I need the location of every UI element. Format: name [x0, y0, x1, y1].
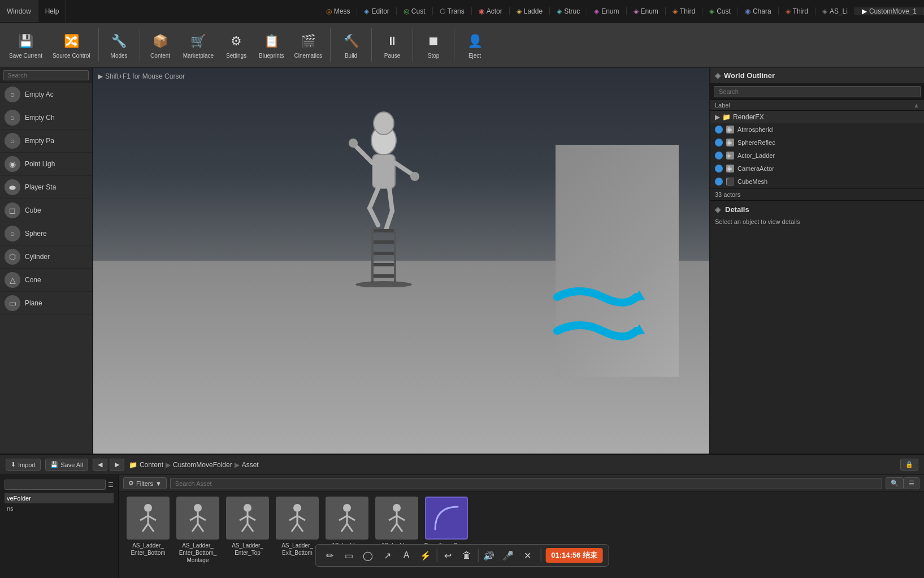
- cb-tree-item[interactable]: veFolder: [5, 493, 114, 503]
- outliner-item-spherereflec[interactable]: ◉ SphereReflec: [710, 136, 924, 149]
- tab-chara[interactable]: ◉Chara: [738, 7, 779, 15]
- save-all-button[interactable]: 💾 Save All: [45, 459, 88, 471]
- left-item-cylinder[interactable]: ⬡Cylinder: [0, 245, 92, 269]
- left-item-point-ligh[interactable]: ◉Point Ligh: [0, 153, 92, 176]
- toolbar-btn-pause[interactable]: ⏸Pause: [375, 25, 409, 64]
- asset-thumb: [127, 497, 170, 540]
- cb-tree-search-input[interactable]: [5, 480, 106, 490]
- outliner-search-input[interactable]: [714, 86, 921, 97]
- toolbar-btn-cinematics[interactable]: 🎬Cinematics: [290, 25, 327, 64]
- cb-list-view-icon[interactable]: ☰: [108, 481, 114, 489]
- toolbar-btn-modes[interactable]: 🔧Modes: [102, 25, 136, 64]
- asset-item-1[interactable]: AS_Ladder_ Enter_Bottom_ Montage: [175, 497, 220, 564]
- tab-editor[interactable]: ◈Editor: [357, 7, 396, 15]
- left-item-cube[interactable]: ◻Cube: [0, 199, 92, 222]
- toolbar-btn-stop[interactable]: ⏹Stop: [417, 25, 450, 64]
- close-icon[interactable]: ✕: [519, 547, 536, 564]
- outliner-eye[interactable]: [715, 139, 723, 146]
- toolbar-btn-eject[interactable]: 👤Eject: [458, 25, 492, 64]
- forward-button[interactable]: ▶: [110, 459, 124, 471]
- menu-window[interactable]: Window: [0, 0, 38, 22]
- delete-icon[interactable]: 🗑: [458, 547, 475, 564]
- text-icon[interactable]: A: [398, 547, 415, 564]
- filters-button[interactable]: ⚙ Filters ▼: [123, 477, 167, 489]
- main-area: ○Empty Ac○Empty Ch○Empty Pa◉Point Ligh⬬P…: [0, 68, 924, 454]
- tab-cust[interactable]: ◎Cust: [397, 7, 433, 15]
- view-settings-button[interactable]: ☰: [904, 477, 919, 489]
- outliner-item-cubemesh[interactable]: ⬛ CubeMesh: [710, 175, 924, 188]
- left-item-label: Empty Pa: [25, 137, 54, 145]
- tab-actor[interactable]: ◉Actor: [472, 7, 510, 15]
- tab-mess[interactable]: ◎Mess: [319, 7, 358, 15]
- asset-search-input[interactable]: [170, 478, 882, 489]
- left-item-plane[interactable]: ▭Plane: [0, 292, 92, 315]
- lock-button[interactable]: 🔒: [900, 459, 918, 471]
- toolbar-btn-source-control[interactable]: 🔀Source Control: [48, 25, 95, 64]
- tab-ladde[interactable]: ◈Ladde: [510, 7, 550, 15]
- toolbar-btn-content[interactable]: 📦Content: [144, 25, 177, 64]
- toolbar-btn-settings[interactable]: ⚙Settings: [219, 25, 253, 64]
- tab-as_li[interactable]: ◈AS_Li: [815, 7, 855, 15]
- arrow-icon[interactable]: ↗: [379, 547, 396, 564]
- toolbar-btn-save-current[interactable]: 💾Save Current: [5, 25, 47, 64]
- left-search-input[interactable]: [3, 70, 89, 80]
- toolbar-btn-marketplace[interactable]: 🛒Marketplace: [179, 25, 218, 64]
- asset-item-0[interactable]: AS_Ladder_ Enter_Bottom: [125, 497, 171, 557]
- outliner-folder[interactable]: ▶ 📁 RenderFX: [710, 111, 924, 123]
- speaker-icon[interactable]: 🔊: [480, 547, 497, 564]
- left-item-empty-pa[interactable]: ○Empty Pa: [0, 130, 92, 153]
- toolbar-btn-build[interactable]: 🔨Build: [334, 25, 368, 64]
- left-item-icon: ○: [5, 87, 20, 102]
- back-button[interactable]: ◀: [93, 459, 107, 471]
- pencil-icon[interactable]: ✏: [321, 547, 338, 564]
- left-item-player-sta[interactable]: ⬬Player Sta: [0, 176, 92, 199]
- menu-help[interactable]: Help: [38, 0, 67, 22]
- tab-struc[interactable]: ◈Struc: [550, 7, 587, 15]
- search-button[interactable]: 🔍: [886, 477, 904, 489]
- tab-enum[interactable]: ◈Enum: [627, 7, 666, 15]
- outliner-item-cameraactor[interactable]: ◉ CameraActor: [710, 162, 924, 175]
- outliner-items: ◉ Atmosphericl ◉ SphereReflec ◈ Actor_La…: [710, 123, 924, 188]
- tab-enum[interactable]: ◈Enum: [587, 7, 626, 15]
- toolbar-btn-blueprints[interactable]: 📋Blueprints: [254, 25, 288, 64]
- outliner-icon: ◉: [726, 139, 734, 146]
- circle-icon[interactable]: ◯: [359, 547, 376, 564]
- outliner-actors-count: 33 actors: [710, 188, 924, 200]
- outliner-item-actor_ladder[interactable]: ◈ Actor_Ladder: [710, 149, 924, 162]
- rectangle-icon[interactable]: ▭: [340, 547, 357, 564]
- asset-item-6[interactable]: Transition_ Curve: [424, 497, 469, 549]
- tab-third[interactable]: ◈Third: [666, 7, 702, 15]
- left-item-label: Plane: [25, 299, 42, 307]
- left-item-label: Empty Ch: [25, 114, 55, 122]
- tab-custommove_1[interactable]: ▶CustomMove_1: [855, 7, 924, 15]
- tab-trans[interactable]: ⬡Trans: [433, 7, 472, 15]
- content-browser-toolbar: ⬇ Import 💾 Save All ◀ ▶ 📁 Content ▶ Cust…: [0, 455, 924, 475]
- left-item-sphere[interactable]: ○Sphere: [0, 222, 92, 245]
- viewport[interactable]: ▶ Shift+F1 for Mouse Cursor: [93, 68, 709, 454]
- outliner-label: CameraActor: [738, 165, 774, 172]
- asset-thumb: [176, 497, 219, 540]
- outliner-eye[interactable]: [715, 152, 723, 159]
- outliner-eye[interactable]: [715, 178, 723, 186]
- cb-tree-item[interactable]: ns: [5, 503, 114, 514]
- asset-item-3[interactable]: AS_Ladder_ Exit_Bottom: [275, 497, 320, 557]
- left-item-empty-ch[interactable]: ○Empty Ch: [0, 106, 92, 130]
- lightning-icon[interactable]: ⚡: [417, 547, 434, 564]
- import-button[interactable]: ⬇ Import: [6, 459, 41, 471]
- asset-thumb: [226, 497, 269, 540]
- tab-bar: Window Help ◎Mess◈Editor◎Cust⬡Trans◉Acto…: [0, 0, 924, 23]
- mic-icon[interactable]: 🎤: [500, 547, 517, 564]
- undo-icon[interactable]: ↩: [439, 547, 456, 564]
- tab-cust[interactable]: ◈Cust: [702, 7, 738, 15]
- left-item-empty-ac[interactable]: ○Empty Ac: [0, 83, 92, 106]
- outliner-icon: ◈: [726, 152, 734, 159]
- outliner-item-atmosphericl[interactable]: ◉ Atmosphericl: [710, 123, 924, 136]
- tab-third[interactable]: ◈Third: [779, 7, 815, 15]
- outliner-eye[interactable]: [715, 126, 723, 133]
- asset-thumb: [276, 497, 319, 540]
- asset-item-2[interactable]: AS_Ladder_ Enter_Top: [225, 497, 270, 557]
- svg-line-8: [370, 208, 378, 225]
- outliner-eye[interactable]: [715, 165, 723, 172]
- bt-separator-5: [436, 549, 437, 562]
- left-item-cone[interactable]: △Cone: [0, 269, 92, 292]
